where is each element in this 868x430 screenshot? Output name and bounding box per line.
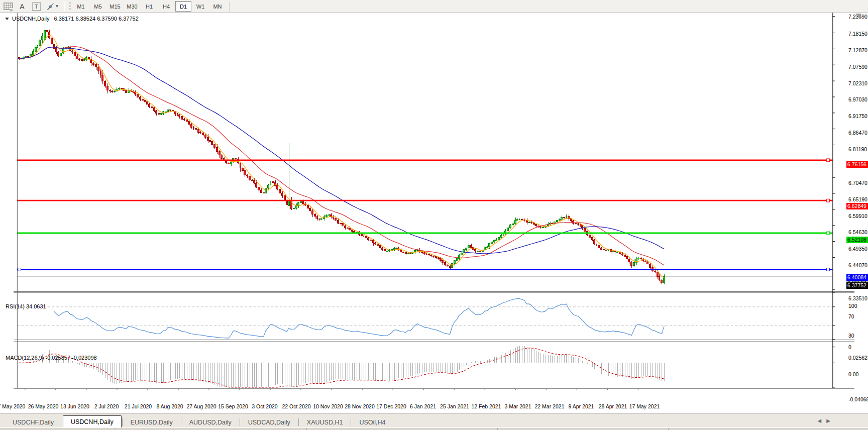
candle-down (626, 256, 627, 259)
candle-down (209, 140, 211, 142)
hline-price-chip[interactable]: 6.76156 (846, 161, 868, 168)
candle-down (403, 252, 404, 252)
candle-up (44, 30, 46, 39)
candle-down (258, 187, 260, 190)
timeframe-button-M5[interactable]: M5 (90, 1, 106, 12)
tabs-scroll-left-icon[interactable]: ◀ (818, 418, 822, 423)
candle-up (265, 188, 266, 193)
candle-down (261, 190, 262, 192)
timeframe-button-D1[interactable]: D1 (175, 1, 191, 12)
grid-f-icon[interactable]: F (2, 2, 14, 12)
objects-arrow-icon[interactable]: ▼ (44, 2, 61, 12)
chart-dropdown-icon[interactable] (5, 18, 9, 20)
candle-up (542, 227, 544, 228)
chart-shift-marker[interactable] (855, 14, 861, 19)
tab-xauusd-h1[interactable]: XAUUSD,H1 (299, 417, 351, 428)
candle-down (235, 159, 236, 159)
candle-up (561, 218, 562, 220)
tab-separator (298, 418, 299, 426)
tab-eurusd-daily[interactable]: EURUSD,Daily (123, 417, 180, 428)
date-label: 9 Apr 2021 (569, 403, 594, 409)
candle-up (407, 253, 408, 254)
timeframe-button-M1[interactable]: M1 (73, 1, 89, 12)
candle-up (461, 253, 463, 255)
candle-down (530, 222, 532, 223)
candle-down (631, 262, 632, 266)
hline-price-chip[interactable]: 6.40084 (846, 274, 868, 281)
candle-up (637, 258, 639, 259)
date-label: 6 Jan 2021 (410, 403, 436, 409)
candle-down (242, 168, 244, 171)
candle-down (535, 225, 537, 226)
tabs-wrap: USDCHF,DailyUSDCNH,DailyEURUSD,DailyAUDU… (5, 415, 393, 428)
macd-axis-label: -0.040687 (848, 396, 868, 402)
candle-down (640, 258, 641, 259)
tab-separator (62, 418, 62, 426)
candle-down (654, 271, 656, 272)
macd-label: MACD(12,26,9) -0.025857 -0.023098 (6, 355, 97, 361)
line-handle-right[interactable] (827, 268, 830, 271)
candle-up (498, 238, 499, 240)
timeframe-button-H1[interactable]: H1 (141, 1, 157, 12)
candle-down (302, 201, 304, 203)
timeframe-button-W1[interactable]: W1 (192, 1, 208, 12)
candle-down (365, 236, 367, 238)
candle-up (295, 205, 297, 208)
candle-down (170, 110, 171, 110)
candle-down (202, 133, 203, 135)
candle-down (314, 214, 315, 217)
hline-price-chip[interactable]: 6.62849 (846, 203, 868, 209)
candle-down (480, 251, 481, 252)
candle-down (649, 264, 651, 267)
candle-down (400, 250, 402, 252)
price-axis-label: 6.54630 (848, 229, 867, 235)
price-axis-label: 6.59910 (848, 213, 867, 219)
candle-up (484, 247, 485, 250)
candle-down (92, 63, 94, 65)
candle-down (470, 245, 472, 248)
tab-audusd-daily[interactable]: AUDUSD,Daily (182, 417, 239, 428)
price-axis-label: 6.97030 (848, 96, 867, 102)
candle-down (624, 255, 625, 256)
chart-canvas[interactable] (0, 13, 868, 401)
date-label: 7 May 2020 (0, 403, 25, 409)
tab-usoil-h4[interactable]: USOil,H4 (352, 417, 393, 428)
candle-down (657, 272, 658, 277)
line-handle-left[interactable] (18, 268, 21, 271)
candle-down (249, 176, 250, 180)
candle-down (53, 44, 55, 48)
timeframe-button-H4[interactable]: H4 (158, 1, 174, 12)
candle-down (219, 152, 220, 155)
candle-up (37, 46, 38, 48)
current-price-chip: 6.37752 (846, 282, 868, 289)
text-a-icon[interactable]: A (16, 2, 28, 12)
rsi-label: RSI(14) 34.0631 (6, 303, 46, 309)
candle-up (128, 90, 129, 92)
macd-histogram (19, 346, 664, 387)
candle-down (228, 163, 230, 164)
candle-down (46, 30, 47, 32)
line-handle-right[interactable] (827, 199, 830, 202)
candle-down (426, 254, 427, 254)
candle-down (645, 261, 646, 262)
line-handle-right[interactable] (827, 159, 830, 162)
tab-usdchf-daily[interactable]: USDCHF,Daily (5, 417, 61, 428)
candle-down (74, 52, 76, 56)
timeframe-button-MN[interactable]: MN (209, 1, 226, 12)
timeframe-button-M15[interactable]: M15 (107, 1, 123, 12)
date-label: 17 Dec 2020 (376, 403, 406, 409)
candle-down (200, 132, 201, 133)
text-box-icon[interactable]: T (30, 2, 42, 12)
tabs-scroll-right-icon[interactable]: ▶ (826, 418, 830, 423)
tab-usdcnh-daily[interactable]: USDCNH,Daily (63, 415, 122, 428)
line-handle-right[interactable] (827, 232, 830, 235)
hline-price-chip[interactable]: 6.52108 (846, 237, 868, 243)
candle-down (591, 238, 593, 240)
candle-up (119, 88, 120, 89)
tab-usdcad-daily[interactable]: USDCAD,Daily (241, 417, 298, 428)
candle-down (88, 58, 90, 59)
timeframe-button-M30[interactable]: M30 (124, 1, 140, 12)
candle-down (125, 90, 127, 92)
price-axis-label: 6.33510 (848, 295, 867, 301)
toolbar-grip[interactable] (69, 2, 71, 11)
